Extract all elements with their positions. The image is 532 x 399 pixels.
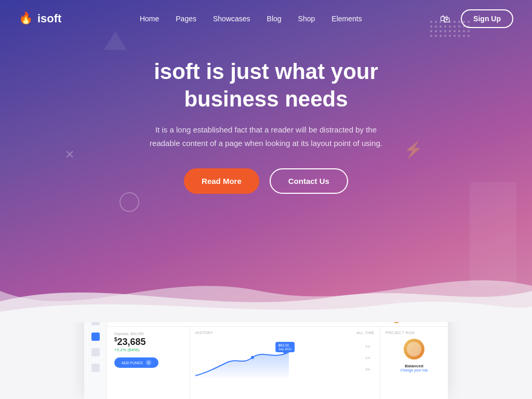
history-chart: HISTORY All time $62.0c July 2021 [190,327,380,399]
svg-point-0 [251,356,254,359]
logo-icon: 🔥 [19,11,33,26]
balance-change: +5.2% ($456) [114,348,182,352]
nav-blog[interactable]: Blog [267,15,282,23]
risk-label: PROJECT RISK [385,331,443,335]
history-timerange: All time [356,331,375,335]
risk-circle [404,339,424,360]
dashboard-card: New House Cameron Svensson Deposits: $90… [84,322,448,399]
nav-links: Home Pages Showcases Blog Shop Elements [140,14,362,23]
dashboard-topbar: New House Cameron Svensson [107,322,448,327]
add-funds-button[interactable]: ADD FUNDS › [114,357,158,368]
hero-subtitle: It is a long established fact that a rea… [141,123,391,150]
brand-name: isoft [37,12,61,25]
sidebar-icon-1 [91,322,100,325]
deposit-label: Deposits: $90,059 [114,332,182,336]
read-more-button[interactable]: Read More [184,168,259,194]
history-label: HISTORY [195,331,213,335]
risk-action[interactable]: Change your risk [385,368,443,372]
dashboard-main: New House Cameron Svensson Deposits: $90… [107,322,448,399]
hero-buttons: Read More Contact Us [10,168,522,194]
dashboard-preview: New House Cameron Svensson Deposits: $90… [0,322,532,399]
dashboard-sidebar [84,322,107,399]
history-chart-area: $62.0c July 2021 [195,337,375,378]
balance-widget: Deposits: $90,059 $23,685 +5.2% ($456) A… [107,327,190,399]
dashboard-body: Deposits: $90,059 $23,685 +5.2% ($456) A… [107,327,448,399]
nav-shop[interactable]: Shop [298,15,315,23]
risk-widget: PROJECT RISK Balanced Change your risk [380,327,448,399]
risk-circle-inner [407,342,421,356]
logo[interactable]: 🔥 isoft [19,11,61,26]
hero-section: 🔥 isoft Home Pages Showcases Blog Shop E… [0,0,532,322]
navbar: 🔥 isoft Home Pages Showcases Blog Shop E… [0,0,532,37]
nav-pages[interactable]: Pages [176,15,196,23]
nav-right: 🛍 Sign Up [440,9,513,28]
risk-status: Balanced [385,364,443,368]
nav-elements[interactable]: Elements [331,15,362,23]
hero-wave [0,260,532,322]
balance-amount: $23,685 [114,337,182,348]
sidebar-icon-4 [91,364,100,372]
contact-us-button[interactable]: Contact Us [270,168,348,194]
hero-content: isoft is just what your business needs I… [0,37,532,209]
cart-icon[interactable]: 🛍 [440,13,450,25]
nav-home[interactable]: Home [140,15,159,23]
signup-button[interactable]: Sign Up [461,9,513,28]
sidebar-icon-3 [91,348,100,356]
hero-title: isoft is just what your business needs [10,58,522,113]
topbar-right: Cameron Svensson [392,322,442,323]
chart-yaxis: $4k $2k $0k [365,345,370,371]
nav-showcases[interactable]: Showcases [213,15,250,23]
sidebar-icon-2 [91,332,100,341]
add-funds-arrow-icon: › [146,360,151,365]
user-avatar [392,322,401,323]
